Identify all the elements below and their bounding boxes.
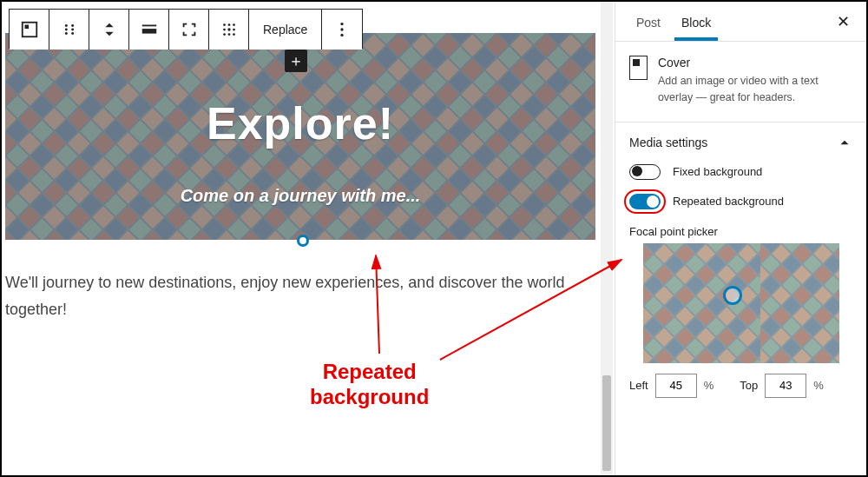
paragraph-block[interactable]: We'll journey to new destinations, enjoy… bbox=[5, 269, 578, 322]
move-up-down-button[interactable] bbox=[89, 10, 129, 50]
block-toolbar: Replace bbox=[9, 9, 363, 49]
replace-button[interactable]: Replace bbox=[249, 10, 322, 50]
svg-point-17 bbox=[223, 33, 226, 36]
svg-point-15 bbox=[227, 28, 230, 30]
fixed-background-label: Fixed background bbox=[673, 165, 762, 178]
block-description: Cover Add an image or video with a text … bbox=[615, 42, 866, 123]
svg-point-16 bbox=[233, 29, 235, 31]
focal-point-label: Focal point picker bbox=[615, 216, 866, 243]
resize-handle[interactable] bbox=[297, 235, 309, 247]
svg-point-19 bbox=[233, 33, 235, 36]
content-position-button[interactable] bbox=[209, 10, 249, 50]
repeated-background-row: Repeated background bbox=[615, 187, 866, 216]
drag-handle[interactable] bbox=[49, 10, 89, 50]
svg-point-2 bbox=[64, 24, 67, 27]
chevron-up-icon bbox=[837, 135, 852, 150]
svg-point-11 bbox=[223, 23, 226, 26]
cover-subtitle[interactable]: Come on a journey with me... bbox=[5, 186, 595, 206]
cover-icon bbox=[629, 56, 648, 80]
scrollbar-track bbox=[601, 2, 613, 475]
svg-rect-8 bbox=[141, 25, 156, 27]
svg-point-7 bbox=[71, 32, 74, 35]
block-name: Cover bbox=[658, 56, 852, 70]
left-pct: % bbox=[704, 379, 714, 392]
fixed-background-row: Fixed background bbox=[615, 157, 866, 187]
repeated-background-label: Repeated background bbox=[673, 195, 784, 208]
left-input[interactable] bbox=[655, 374, 697, 398]
more-options-button[interactable] bbox=[322, 10, 362, 50]
svg-point-21 bbox=[341, 28, 344, 30]
svg-rect-1 bbox=[24, 25, 29, 30]
focal-point-inputs: Left % Top % bbox=[615, 363, 866, 398]
top-label: Top bbox=[740, 379, 758, 392]
svg-rect-9 bbox=[141, 29, 156, 34]
svg-rect-0 bbox=[22, 23, 36, 37]
fullheight-button[interactable] bbox=[169, 10, 209, 50]
svg-point-4 bbox=[64, 29, 67, 31]
tab-block[interactable]: Block bbox=[671, 3, 721, 40]
tab-post[interactable]: Post bbox=[626, 3, 671, 40]
svg-point-3 bbox=[71, 24, 74, 27]
svg-point-13 bbox=[233, 23, 235, 26]
settings-sidebar: Post Block ✕ Cover Add an image or video… bbox=[615, 2, 866, 475]
svg-point-14 bbox=[223, 29, 226, 31]
editor-canvas: Explore! Come on a journey with me... bbox=[2, 2, 602, 475]
block-description-text: Add an image or video with a text overla… bbox=[658, 73, 852, 106]
panel-title: Media settings bbox=[629, 136, 707, 149]
repeated-background-toggle[interactable] bbox=[629, 194, 661, 209]
top-input[interactable] bbox=[765, 374, 806, 398]
close-sidebar-button[interactable]: ✕ bbox=[830, 12, 856, 31]
left-label: Left bbox=[629, 379, 648, 392]
svg-point-5 bbox=[71, 29, 74, 31]
block-type-button[interactable] bbox=[10, 10, 49, 50]
focal-point-handle[interactable] bbox=[723, 286, 742, 305]
align-button[interactable] bbox=[129, 10, 169, 50]
cover-title[interactable]: Explore! bbox=[5, 97, 595, 149]
sidebar-tabs: Post Block ✕ bbox=[615, 2, 866, 42]
svg-point-18 bbox=[227, 33, 230, 36]
svg-point-6 bbox=[64, 32, 67, 35]
svg-point-20 bbox=[341, 23, 344, 25]
add-block-button[interactable]: ＋ bbox=[285, 50, 307, 72]
fixed-background-toggle[interactable] bbox=[629, 164, 661, 180]
app-frame: Explore! Come on a journey with me... bbox=[0, 0, 868, 477]
svg-point-12 bbox=[227, 23, 230, 26]
svg-point-22 bbox=[341, 34, 344, 36]
top-pct: % bbox=[813, 379, 824, 392]
media-settings-panel-header[interactable]: Media settings bbox=[615, 123, 866, 157]
scrollbar-thumb[interactable] bbox=[602, 375, 611, 471]
focal-point-picker[interactable] bbox=[643, 243, 839, 363]
